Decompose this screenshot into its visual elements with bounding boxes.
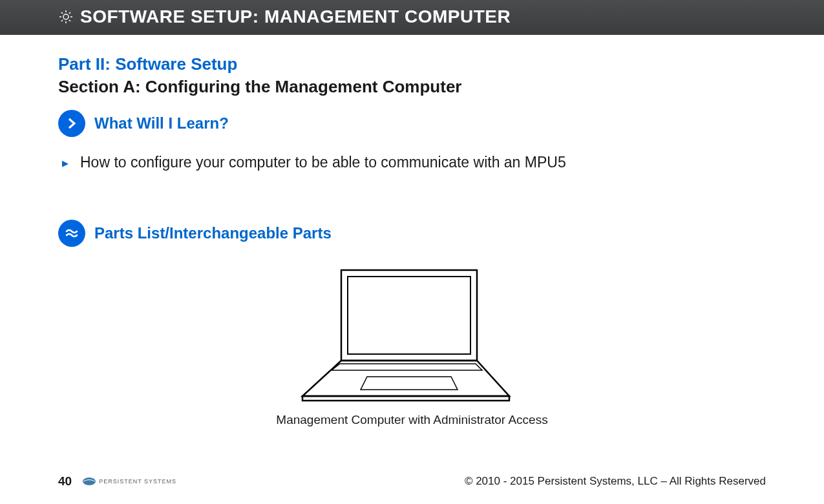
content: Part II: Software Setup Section A: Confi… (0, 35, 824, 427)
footer-left: 40 PERSISTENT SYSTEMS (58, 474, 176, 488)
footer: 40 PERSISTENT SYSTEMS © 2010 - 2015 Pers… (0, 474, 824, 488)
laptop-icon (290, 264, 535, 405)
chevron-right-icon (58, 110, 85, 137)
parts-section: Parts List/Interchangeable Parts Managem… (58, 220, 766, 427)
learn-label: What Will I Learn? (94, 114, 229, 132)
header-title-row: SOFTWARE SETUP: MANAGEMENT COMPUTER (58, 6, 766, 27)
bullet-text: How to configure your computer to be abl… (80, 154, 566, 171)
parts-image: Management Computer with Administrator A… (58, 264, 766, 427)
image-caption: Management Computer with Administrator A… (58, 413, 766, 427)
page-number: 40 (58, 474, 72, 488)
logo-swoosh-icon (82, 477, 96, 486)
parts-label: Parts List/Interchangeable Parts (94, 224, 332, 242)
section-title: Section A: Configuring the Management Co… (58, 77, 766, 97)
part-title: Part II: Software Setup (58, 54, 766, 74)
approx-icon (58, 220, 85, 247)
parts-section-header: Parts List/Interchangeable Parts (58, 220, 766, 247)
bullet-item: ▶ How to configure your computer to be a… (58, 154, 766, 171)
company-logo: PERSISTENT SYSTEMS (82, 477, 176, 486)
gear-icon (58, 9, 74, 25)
bullet-marker-icon: ▶ (62, 158, 69, 168)
learn-section-header: What Will I Learn? (58, 110, 766, 137)
header-title: SOFTWARE SETUP: MANAGEMENT COMPUTER (80, 6, 511, 27)
svg-point-0 (63, 14, 69, 19)
svg-point-1 (83, 478, 96, 485)
logo-text: PERSISTENT SYSTEMS (99, 478, 176, 485)
header-bar: SOFTWARE SETUP: MANAGEMENT COMPUTER (0, 0, 824, 35)
copyright: © 2010 - 2015 Persistent Systems, LLC – … (465, 475, 766, 488)
